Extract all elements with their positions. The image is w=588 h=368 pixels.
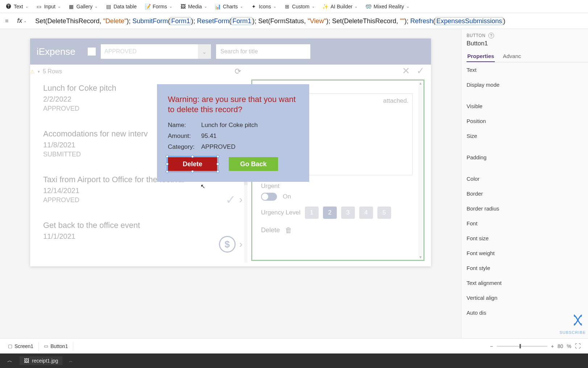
resize-handle[interactable] (216, 163, 219, 165)
ribbon-input[interactable]: ▭Input⌄ (33, 2, 64, 11)
media-icon: 🖼 (180, 4, 186, 9)
editor-area: iExpense APPROVED ⌄ ⚠ ▾ 5 Rows (0, 29, 588, 338)
formula-menu-icon[interactable]: ≡ (3, 18, 11, 24)
chevron-up-icon[interactable]: ︿ (66, 358, 76, 364)
ribbon-gallery[interactable]: ▦Gallery⌄ (65, 2, 101, 11)
icons-icon: ✦ (251, 4, 257, 9)
svg-point-0 (574, 315, 575, 317)
property-font-style[interactable]: Font style (467, 261, 588, 275)
ribbon-aibuilder[interactable]: ✨AI Builder⌄ (319, 2, 361, 11)
properties-type-label: BUTTON (467, 33, 485, 38)
ribbon-text[interactable]: 🅣Text⌄ (2, 2, 32, 11)
tab-advanced[interactable]: Advanc (502, 51, 522, 62)
zoom-thumb[interactable] (519, 344, 521, 348)
property-vertical-align[interactable]: Vertical align (467, 290, 588, 305)
fx-label[interactable]: fx⌄ (14, 17, 29, 25)
chevron-down-icon: ⌄ (312, 4, 315, 8)
zoom-unit: % (567, 343, 571, 349)
expand-up-icon[interactable]: ︿ (4, 356, 16, 365)
download-filename: receipt1.jpg (32, 358, 58, 364)
modal-amount-value: 95.41 (201, 132, 217, 140)
ribbon-custom[interactable]: ⊞Custom⌄ (281, 2, 318, 11)
crumb-screen-label: Screen1 (15, 343, 33, 349)
screen-icon: ▢ (8, 343, 12, 349)
subscribe-watermark: SUBSCRIBE (559, 330, 586, 335)
chevron-down-icon: ⌄ (58, 4, 61, 8)
modal-category-label: Category: (168, 143, 198, 151)
tab-properties[interactable]: Properties (467, 51, 495, 62)
text-icon: 🅣 (6, 4, 12, 9)
crumb-button-label: Button1 (50, 343, 68, 349)
resize-handle[interactable] (216, 170, 219, 173)
modal-category-value: APPROVED (201, 143, 235, 151)
modal-goback-label: Go Back (240, 160, 266, 168)
chevron-down-icon: ⌄ (24, 19, 26, 23)
property-visible[interactable]: Visible (467, 99, 588, 114)
ribbon-datatable[interactable]: ▤Data table (102, 2, 140, 11)
chevron-down-icon: ⌄ (169, 4, 172, 8)
zoom-out-icon[interactable]: − (490, 343, 493, 349)
zoom-in-icon[interactable]: + (551, 343, 554, 349)
ribbon-mixedreality[interactable]: 🥽Mixed Reality⌄ (362, 2, 413, 11)
resize-handle[interactable] (216, 155, 219, 158)
ribbon-icons[interactable]: ✦Icons⌄ (247, 2, 279, 11)
property-padding[interactable]: Padding (467, 150, 588, 165)
chevron-down-icon: ⌄ (273, 4, 276, 8)
ribbon-media[interactable]: 🖼Media⌄ (177, 2, 211, 11)
modal-name-value: Lunch for Coke pitch (201, 122, 258, 129)
chevron-down-icon: ⌄ (355, 4, 357, 8)
zoom-controls: − + 80 % ⛶ (490, 343, 585, 349)
properties-tabs: Properties Advanc (467, 51, 588, 62)
chart-icon: 📊 (215, 4, 221, 9)
form-icon: 📝 (145, 4, 150, 9)
crumb-button[interactable]: ▭Button1 (39, 342, 73, 351)
property-display-mode[interactable]: Display mode (467, 77, 588, 92)
chevron-down-icon: ⌄ (406, 4, 409, 8)
property-text[interactable]: Text (467, 62, 588, 77)
property-text-alignment[interactable]: Text alignment (467, 275, 588, 290)
ribbon-forms[interactable]: 📝Forms⌄ (141, 2, 176, 11)
property-color[interactable]: Color (467, 171, 588, 186)
resize-handle[interactable] (166, 155, 169, 158)
chevron-down-icon: ⌄ (95, 4, 98, 8)
resize-handle[interactable] (166, 170, 169, 173)
chevron-down-icon: ⌄ (25, 4, 28, 8)
help-icon[interactable]: ? (488, 33, 494, 38)
property-size[interactable]: Size (467, 128, 588, 143)
resize-handle[interactable] (191, 155, 194, 158)
custom-icon: ⊞ (284, 4, 290, 9)
modal-delete-button[interactable]: Delete (168, 157, 217, 171)
resize-handle[interactable] (166, 163, 169, 165)
input-icon: ▭ (36, 4, 42, 9)
app-canvas[interactable]: iExpense APPROVED ⌄ ⚠ ▾ 5 Rows (30, 38, 431, 266)
resize-handle[interactable] (191, 170, 194, 173)
property-border[interactable]: Border (467, 186, 588, 201)
modal-buttons: Delete Go Back (168, 157, 298, 171)
download-item[interactable]: 🖼 receipt1.jpg (20, 356, 62, 365)
crumb-screen[interactable]: ▢Screen1 (3, 342, 39, 351)
property-font[interactable]: Font (467, 216, 588, 231)
property-font-size[interactable]: Font size (467, 231, 588, 246)
mr-icon: 🥽 (365, 4, 371, 9)
modal-name-row: Name: Lunch for Coke pitch (168, 122, 298, 129)
property-font-weight[interactable]: Font weight (467, 246, 588, 261)
modal-delete-label: Delete (183, 160, 202, 168)
property-position[interactable]: Position (467, 114, 588, 128)
file-icon: 🖼 (24, 358, 29, 364)
formula-input[interactable]: Set(DeleteThisRecord, "Delete"); SubmitF… (33, 16, 585, 26)
mouse-cursor-icon: ↖ (200, 183, 205, 190)
selected-control-name: Button1 (467, 40, 588, 47)
modal-goback-button[interactable]: Go Back (229, 157, 278, 171)
fullscreen-icon[interactable]: ⛶ (575, 343, 581, 349)
properties-panel: BUTTON ? Button1 Properties Advanc TextD… (461, 29, 588, 338)
property-auto-dis[interactable]: Auto dis (467, 305, 588, 320)
zoom-slider[interactable] (497, 346, 547, 347)
ribbon-charts[interactable]: 📊Charts⌄ (211, 2, 247, 11)
channel-logo-icon (571, 314, 584, 327)
formula-bar: ≡ fx⌄ Set(DeleteThisRecord, "Delete"); S… (0, 13, 588, 29)
canvas-wrap: iExpense APPROVED ⌄ ⚠ ▾ 5 Rows (0, 29, 461, 338)
property-border-radius[interactable]: Border radius (467, 201, 588, 216)
button-icon: ▭ (44, 343, 48, 349)
svg-point-2 (577, 319, 579, 321)
ai-icon: ✨ (323, 4, 328, 9)
